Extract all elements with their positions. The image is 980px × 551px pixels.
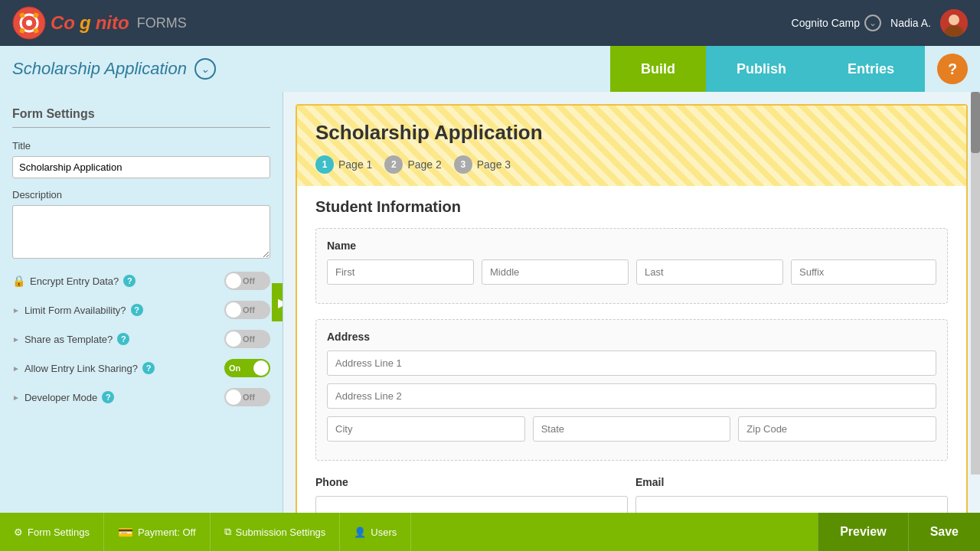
submission-icon: ⧉ — [224, 526, 231, 538]
email-input[interactable] — [635, 496, 948, 513]
address-label: Address — [327, 331, 936, 343]
name-field-group: Name — [315, 228, 948, 304]
content-area: Scholarship Application 1 Page 1 2 Page … — [283, 92, 980, 513]
lock-icon: 🔒 — [12, 275, 25, 287]
entry-link-toggle[interactable]: On — [224, 359, 270, 377]
payment-button[interactable]: 💳 Payment: Off — [104, 513, 211, 551]
description-textarea[interactable] — [12, 205, 270, 259]
form-settings-title: Form Settings — [12, 107, 270, 128]
name-input-row — [327, 259, 936, 285]
tab-bar: Scholarship Application ⌄ Build Publish … — [0, 46, 980, 92]
form-settings-button[interactable]: ⚙ Form Settings — [0, 513, 104, 551]
tab-publish[interactable]: Publish — [706, 46, 817, 92]
form-title-chevron-icon[interactable]: ⌄ — [194, 58, 216, 80]
address-line2-input[interactable] — [327, 383, 936, 409]
svg-point-2 — [26, 20, 32, 26]
users-icon: 👤 — [354, 527, 366, 538]
entry-link-row: ► Allow Entry Link Sharing? ? On — [12, 359, 270, 377]
sidebar: ▶ Form Settings Title Description 🔒 Encr… — [0, 92, 283, 513]
top-nav: Co g nito FORMS Cognito Camp ⌄ Nadia A. — [0, 0, 980, 46]
submission-settings-button[interactable]: ⧉ Submission Settings — [211, 513, 341, 551]
form-header: Scholarship Application 1 Page 1 2 Page … — [297, 106, 966, 186]
cognito-camp-button[interactable]: Cognito Camp ⌄ — [792, 15, 882, 31]
developer-help-icon[interactable]: ? — [102, 391, 114, 403]
share-help-icon[interactable]: ? — [117, 333, 129, 345]
sidebar-collapse-arrow[interactable]: ▶ — [272, 283, 283, 321]
share-row: ► Share as Template? ? Off — [12, 330, 270, 348]
tab-build[interactable]: Build — [610, 46, 706, 92]
preview-button[interactable]: Preview — [818, 513, 907, 551]
help-button[interactable]: ? — [937, 54, 968, 84]
share-toggle[interactable]: Off — [224, 330, 270, 348]
title-label: Title — [12, 140, 270, 152]
page-num-1: 1 — [315, 155, 334, 174]
bottom-bar: ⚙ Form Settings 💳 Payment: Off ⧉ Submiss… — [0, 513, 980, 551]
last-name-input[interactable] — [636, 259, 783, 285]
form-title-text: Scholarship Application — [12, 59, 187, 79]
page-tabs: 1 Page 1 2 Page 2 3 Page 3 — [315, 155, 948, 174]
share-toggle-knob — [226, 331, 241, 347]
form-preview: Scholarship Application 1 Page 1 2 Page … — [296, 104, 968, 513]
entry-link-toggle-text: On — [229, 364, 240, 373]
encrypt-row: 🔒 Encrypt Entry Data? ? Off — [12, 272, 270, 290]
entry-link-toggle-knob — [253, 360, 269, 376]
users-button[interactable]: 👤 Users — [340, 513, 411, 551]
nav-right: Cognito Camp ⌄ Nadia A. — [792, 9, 968, 37]
title-input[interactable] — [12, 156, 270, 178]
first-name-input[interactable] — [327, 259, 474, 285]
share-toggle-text: Off — [243, 334, 255, 344]
phone-group: Phone — [315, 476, 628, 513]
phone-input[interactable] — [315, 496, 628, 513]
tab-entries[interactable]: Entries — [817, 46, 925, 92]
state-input[interactable] — [533, 416, 731, 442]
main-area: ▶ Form Settings Title Description 🔒 Encr… — [0, 92, 980, 513]
page-num-2: 2 — [384, 155, 403, 174]
form-section-student: Student Information Name Address — [297, 186, 966, 513]
page-tab-2[interactable]: 2 Page 2 — [384, 155, 441, 174]
logo-forms-text: FORMS — [137, 15, 187, 31]
description-label: Description — [12, 189, 270, 201]
zip-input[interactable] — [738, 416, 936, 442]
phone-label: Phone — [315, 476, 628, 488]
limit-toggle-text: Off — [243, 305, 255, 315]
avatar — [940, 9, 968, 37]
cognito-camp-chevron-icon[interactable]: ⌄ — [864, 15, 881, 31]
encrypt-toggle-text: Off — [243, 276, 255, 285]
entry-link-help-icon[interactable]: ? — [142, 362, 155, 374]
limit-help-icon[interactable]: ? — [131, 304, 143, 316]
developer-toggle[interactable]: Off — [224, 388, 270, 406]
city-input[interactable] — [327, 416, 525, 442]
user-name: Nadia A. — [890, 17, 931, 29]
encrypt-help-icon[interactable]: ? — [123, 275, 136, 287]
scrollbar-track[interactable] — [971, 92, 980, 474]
limit-toggle[interactable]: Off — [224, 301, 270, 319]
limit-expand-icon: ► — [12, 306, 20, 315]
save-button[interactable]: Save — [908, 513, 980, 551]
limit-toggle-knob — [226, 302, 241, 318]
page-tab-3[interactable]: 3 Page 3 — [454, 155, 511, 174]
share-expand-icon: ► — [12, 335, 20, 344]
middle-name-input[interactable] — [482, 259, 629, 285]
developer-expand-icon: ► — [12, 393, 20, 402]
student-info-heading: Student Information — [315, 198, 948, 216]
developer-toggle-text: Off — [243, 393, 255, 402]
logo[interactable]: Co g nito FORMS — [12, 6, 187, 40]
developer-row: ► Developer Mode ? Off — [12, 388, 270, 406]
tabs: Build Publish Entries — [610, 46, 925, 92]
entry-link-expand-icon: ► — [12, 364, 20, 373]
gear-icon: ⚙ — [14, 527, 23, 538]
logo-icon — [12, 6, 46, 40]
page-tab-1[interactable]: 1 Page 1 — [315, 155, 372, 174]
address-field-group: Address — [315, 319, 948, 461]
form-title-area: Scholarship Application ⌄ — [12, 58, 610, 80]
phone-email-row: Phone Email — [315, 476, 948, 513]
payment-icon: 💳 — [118, 525, 133, 540]
address-line1-input[interactable] — [327, 350, 936, 376]
suffix-input[interactable] — [791, 259, 936, 285]
encrypt-toggle-knob — [226, 273, 241, 289]
form-preview-title: Scholarship Application — [315, 121, 948, 145]
scrollbar-thumb — [971, 92, 980, 153]
page-num-3: 3 — [454, 155, 472, 174]
encrypt-toggle[interactable]: Off — [224, 272, 270, 290]
svg-point-8 — [949, 15, 959, 25]
